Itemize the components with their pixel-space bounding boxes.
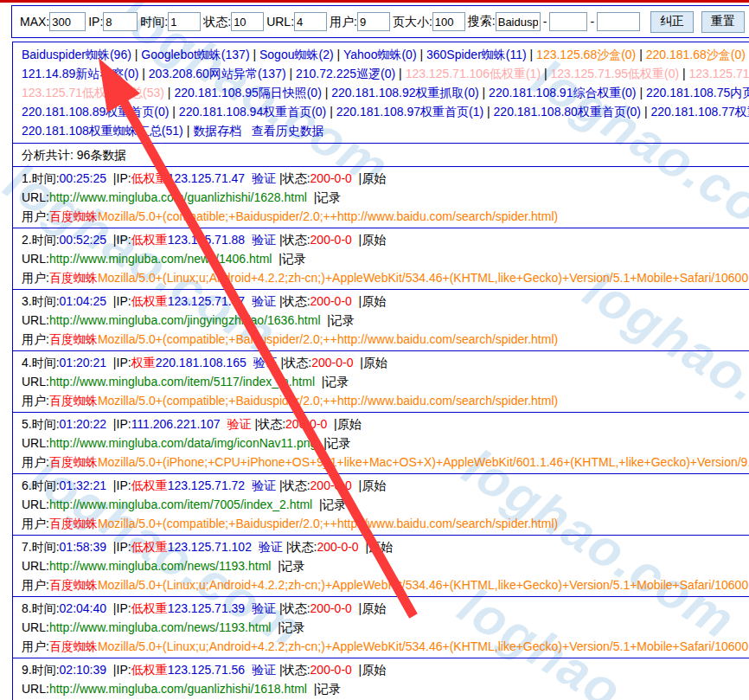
entry-line-useragent: 用户:百度蜘蛛Mozilla/5.0+(compatible;+Baiduspi…: [22, 207, 749, 226]
record-link: |记录: [312, 498, 346, 511]
user-label: 用户:: [22, 578, 49, 592]
entry-ip-value: 123.125.71.39: [168, 601, 246, 615]
verify-link[interactable]: 验证: [252, 478, 276, 492]
status-label: |状态:: [276, 478, 310, 492]
entry-time-value: 02:10:39: [60, 663, 107, 677]
entry-url-link[interactable]: http://www.mingluba.com/guanlizhishi/161…: [49, 682, 307, 696]
search-input-3[interactable]: [597, 12, 640, 31]
entry-ip-value: 123.125.71.47: [168, 171, 246, 185]
nav-link[interactable]: 220.181.108.92权重抓取(0): [331, 86, 478, 100]
nav-link[interactable]: Googlebot蜘蛛(137): [141, 48, 249, 61]
ip-label: |IP:: [106, 663, 131, 677]
nav-link[interactable]: 220.181.108.91综合权重(0): [489, 86, 636, 100]
verify-link[interactable]: 验证: [252, 663, 276, 677]
entry-url-link[interactable]: http://www.mingluba.com/data/img/iconNav…: [49, 436, 317, 450]
nav-link[interactable]: 220.181.108.75内页权重(0): [646, 86, 749, 100]
entry-time-value: 01:20:22: [60, 417, 107, 431]
entry-ip-value: 123.125.71.72: [168, 478, 246, 492]
verify-link[interactable]: 验证: [252, 233, 276, 247]
nav-link[interactable]: 123.125.71.106低权重(1): [406, 67, 541, 80]
entry-time-value: 01:04:25: [60, 294, 107, 308]
max-input[interactable]: [49, 12, 86, 31]
nav-link[interactable]: 123.125.71.97低权重(0): [689, 67, 749, 80]
spider-name: 百度蜘蛛: [49, 639, 98, 653]
nav-link[interactable]: 220.181.68沙盒(0): [646, 48, 746, 61]
url-input[interactable]: [294, 12, 327, 31]
nav-link[interactable]: 121.14.89新站考察(0): [22, 67, 138, 80]
status-input[interactable]: [231, 12, 264, 31]
url-label: URL:: [22, 620, 49, 634]
ip-label: |IP:: [106, 356, 131, 369]
nav-link[interactable]: 220.181.108.94权重首页(0): [179, 105, 326, 119]
ip-weight-prefix: 低权重: [131, 233, 168, 247]
ip-weight-prefix: 低权重: [131, 540, 168, 554]
log-entry: 6.时间:01:32:21 |IP:低权重123.125.71.72验证 |状态…: [13, 474, 749, 536]
top-red-divider: [0, 0, 749, 3]
ip-label: |IP:: [106, 294, 131, 308]
correct-button[interactable]: 纠正: [650, 11, 694, 33]
entry-status-value: 200-0-0: [310, 233, 352, 247]
separator: |: [322, 86, 331, 100]
url-label: URL:: [22, 498, 49, 511]
nav-link[interactable]: Baiduspider蜘蛛(96): [22, 48, 131, 61]
user-input[interactable]: [357, 12, 390, 31]
url-label: URL:: [22, 190, 49, 204]
entry-line-useragent: 用户:百度蜘蛛Mozilla/5.0+(Linux;u;Android+4.2.…: [22, 637, 749, 656]
user-agent-text: Mozilla/5.0+(compatible;+Baiduspider/2.0…: [98, 517, 558, 530]
nav-link[interactable]: 220.181.108权重蜘蛛汇总(51): [22, 124, 183, 138]
nav-link[interactable]: 203.208.60网站异常(137): [149, 67, 286, 80]
log-entry: 3.时间:01:04:25 |IP:低权重123.125.71.47验证 |状态…: [13, 290, 749, 351]
entry-url-link[interactable]: http://www.mingluba.com/jingyingzhidao/1…: [49, 313, 321, 327]
nav-link[interactable]: Yahoo蜘蛛(0): [343, 48, 417, 61]
entry-status-value: 200-0-0: [285, 417, 327, 431]
spider-name: 百度蜘蛛: [49, 578, 98, 592]
verify-link[interactable]: 验证: [252, 171, 276, 185]
search-dash: -: [543, 15, 547, 29]
search-input[interactable]: [496, 12, 541, 31]
entry-url-link[interactable]: http://www.mingluba.com/item/7005/index_…: [49, 498, 312, 511]
entry-time-value: 00:52:25: [60, 233, 107, 247]
entry-line-meta: 8.时间:02:04:40 |IP:低权重123.125.71.39验证 |状态…: [22, 599, 749, 618]
nav-link[interactable]: 360Spider蜘蛛(11): [426, 48, 527, 61]
separator: |: [326, 105, 336, 119]
verify-link[interactable]: 验证: [252, 601, 276, 615]
nav-link[interactable]: 数据存档: [193, 124, 241, 138]
entry-line-meta: 7.时间:01:58:39 |IP:低权重123.125.71.102验证 |状…: [22, 537, 749, 556]
nav-line: 121.14.89新站考察(0) | 203.208.60网站异常(137) |…: [22, 64, 749, 83]
time-input[interactable]: [168, 12, 201, 31]
entry-url-link[interactable]: http://www.mingluba.com/news/1193.html: [49, 559, 272, 573]
nav-link[interactable]: 210.72.225巡逻(0): [296, 67, 395, 80]
nav-link[interactable]: Sogou蜘蛛(2): [259, 48, 334, 61]
pagesize-input[interactable]: [432, 12, 465, 31]
verify-link[interactable]: 验证: [227, 417, 252, 431]
entry-ip-value: 123.125.71.88: [168, 233, 246, 247]
user-agent-text: Mozilla/5.0+(iPhone;+CPU+iPhone+OS+9_1+l…: [98, 455, 749, 469]
ip-input[interactable]: [103, 12, 138, 31]
ip-label: |IP:: [106, 601, 131, 615]
nav-link[interactable]: 123.125.71低权重汇总(53): [22, 86, 164, 100]
verify-link[interactable]: 验证: [259, 540, 283, 554]
ip-weight-prefix: 低权重: [131, 478, 168, 492]
search-input-2[interactable]: [549, 12, 587, 31]
entry-url-link[interactable]: http://www.mingluba.com/news/1193.html: [49, 620, 272, 634]
nav-link[interactable]: 220.181.108.97权重首页(1): [336, 105, 483, 119]
status-input-label: 状态:: [203, 15, 231, 29]
nav-link[interactable]: 123.125.71.95低权重(0): [550, 67, 679, 80]
entry-line-url: URL:http://www.mingluba.com/item/7005/in…: [22, 495, 749, 514]
nav-link[interactable]: 查看历史数据: [252, 124, 324, 138]
nav-link[interactable]: 220.181.108.77权重首页(0): [650, 105, 749, 119]
verify-link[interactable]: 验证: [252, 294, 276, 308]
verify-link[interactable]: 验证: [253, 356, 278, 369]
nav-link[interactable]: 123.125.68沙盒(0): [536, 48, 636, 61]
entry-line-url: URL:http://www.mingluba.com/data/img/ico…: [22, 433, 749, 453]
entry-url-link[interactable]: http://www.mingluba.com/news/1406.html: [49, 252, 272, 266]
entry-url-link[interactable]: http://www.mingluba.com/guanlizhishi/162…: [49, 190, 307, 204]
nav-link[interactable]: 220.181.108.95隔日快照(0): [174, 86, 321, 100]
status-label: |状态:: [276, 601, 310, 615]
entry-time-value: 01:58:39: [60, 540, 107, 554]
spider-name: 百度蜘蛛: [49, 209, 98, 223]
entry-url-link[interactable]: http://www.mingluba.com/item/5117/index_…: [49, 375, 315, 389]
nav-link[interactable]: 220.181.108.89权重首页(0): [22, 105, 169, 119]
reset-button[interactable]: 重置: [701, 11, 745, 33]
nav-link[interactable]: 220.181.108.80权重首页(0): [494, 105, 641, 119]
